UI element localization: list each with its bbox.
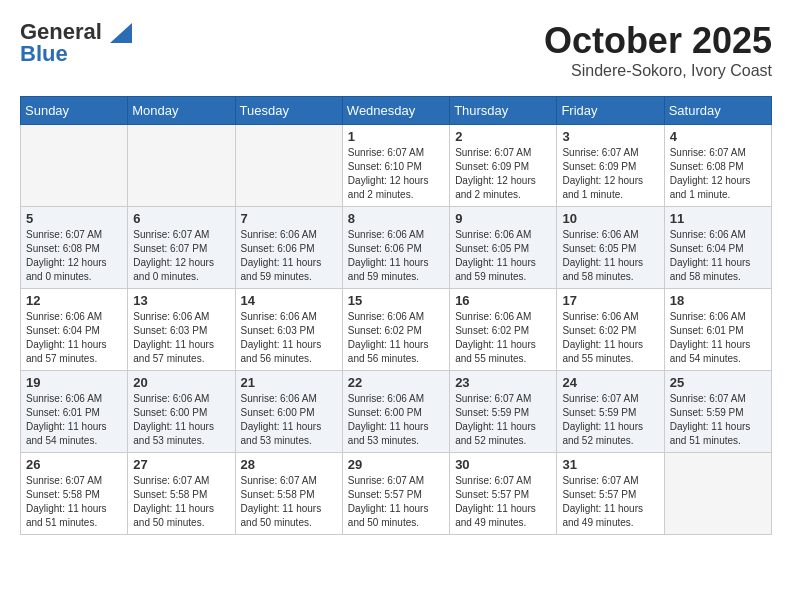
weekday-header: Sunday bbox=[21, 97, 128, 125]
calendar-cell: 5Sunrise: 6:07 AM Sunset: 6:08 PM Daylig… bbox=[21, 207, 128, 289]
cell-info: Sunrise: 6:06 AM Sunset: 6:05 PM Dayligh… bbox=[562, 228, 658, 284]
cell-info: Sunrise: 6:07 AM Sunset: 6:09 PM Dayligh… bbox=[455, 146, 551, 202]
weekday-header: Saturday bbox=[664, 97, 771, 125]
cell-info: Sunrise: 6:06 AM Sunset: 6:04 PM Dayligh… bbox=[26, 310, 122, 366]
day-number: 29 bbox=[348, 457, 444, 472]
calendar-cell: 16Sunrise: 6:06 AM Sunset: 6:02 PM Dayli… bbox=[450, 289, 557, 371]
calendar-cell: 21Sunrise: 6:06 AM Sunset: 6:00 PM Dayli… bbox=[235, 371, 342, 453]
cell-info: Sunrise: 6:06 AM Sunset: 6:02 PM Dayligh… bbox=[348, 310, 444, 366]
day-number: 19 bbox=[26, 375, 122, 390]
weekday-header: Wednesday bbox=[342, 97, 449, 125]
cell-info: Sunrise: 6:06 AM Sunset: 6:00 PM Dayligh… bbox=[348, 392, 444, 448]
title-block: October 2025 Sindere-Sokoro, Ivory Coast bbox=[544, 20, 772, 80]
cell-info: Sunrise: 6:07 AM Sunset: 5:57 PM Dayligh… bbox=[562, 474, 658, 530]
weekday-header: Tuesday bbox=[235, 97, 342, 125]
weekday-header: Friday bbox=[557, 97, 664, 125]
calendar-row: 12Sunrise: 6:06 AM Sunset: 6:04 PM Dayli… bbox=[21, 289, 772, 371]
cell-info: Sunrise: 6:07 AM Sunset: 5:59 PM Dayligh… bbox=[455, 392, 551, 448]
calendar-cell: 8Sunrise: 6:06 AM Sunset: 6:06 PM Daylig… bbox=[342, 207, 449, 289]
day-number: 10 bbox=[562, 211, 658, 226]
calendar-row: 1Sunrise: 6:07 AM Sunset: 6:10 PM Daylig… bbox=[21, 125, 772, 207]
day-number: 31 bbox=[562, 457, 658, 472]
day-number: 3 bbox=[562, 129, 658, 144]
day-number: 24 bbox=[562, 375, 658, 390]
calendar-row: 19Sunrise: 6:06 AM Sunset: 6:01 PM Dayli… bbox=[21, 371, 772, 453]
calendar-cell: 22Sunrise: 6:06 AM Sunset: 6:00 PM Dayli… bbox=[342, 371, 449, 453]
calendar-cell: 6Sunrise: 6:07 AM Sunset: 6:07 PM Daylig… bbox=[128, 207, 235, 289]
day-number: 8 bbox=[348, 211, 444, 226]
day-number: 16 bbox=[455, 293, 551, 308]
logo-icon bbox=[110, 23, 132, 43]
calendar-cell: 12Sunrise: 6:06 AM Sunset: 6:04 PM Dayli… bbox=[21, 289, 128, 371]
calendar-cell: 14Sunrise: 6:06 AM Sunset: 6:03 PM Dayli… bbox=[235, 289, 342, 371]
day-number: 1 bbox=[348, 129, 444, 144]
cell-info: Sunrise: 6:06 AM Sunset: 6:03 PM Dayligh… bbox=[133, 310, 229, 366]
calendar-cell: 17Sunrise: 6:06 AM Sunset: 6:02 PM Dayli… bbox=[557, 289, 664, 371]
weekday-header-row: SundayMondayTuesdayWednesdayThursdayFrid… bbox=[21, 97, 772, 125]
day-number: 30 bbox=[455, 457, 551, 472]
calendar-cell: 29Sunrise: 6:07 AM Sunset: 5:57 PM Dayli… bbox=[342, 453, 449, 535]
cell-info: Sunrise: 6:07 AM Sunset: 5:57 PM Dayligh… bbox=[348, 474, 444, 530]
cell-info: Sunrise: 6:07 AM Sunset: 5:58 PM Dayligh… bbox=[241, 474, 337, 530]
calendar-cell: 13Sunrise: 6:06 AM Sunset: 6:03 PM Dayli… bbox=[128, 289, 235, 371]
calendar-cell bbox=[21, 125, 128, 207]
weekday-header: Monday bbox=[128, 97, 235, 125]
calendar-cell: 18Sunrise: 6:06 AM Sunset: 6:01 PM Dayli… bbox=[664, 289, 771, 371]
cell-info: Sunrise: 6:06 AM Sunset: 6:01 PM Dayligh… bbox=[26, 392, 122, 448]
calendar-cell: 7Sunrise: 6:06 AM Sunset: 6:06 PM Daylig… bbox=[235, 207, 342, 289]
day-number: 7 bbox=[241, 211, 337, 226]
cell-info: Sunrise: 6:07 AM Sunset: 5:58 PM Dayligh… bbox=[26, 474, 122, 530]
calendar-cell bbox=[128, 125, 235, 207]
cell-info: Sunrise: 6:07 AM Sunset: 6:08 PM Dayligh… bbox=[670, 146, 766, 202]
month-title: October 2025 bbox=[544, 20, 772, 62]
day-number: 13 bbox=[133, 293, 229, 308]
day-number: 17 bbox=[562, 293, 658, 308]
cell-info: Sunrise: 6:06 AM Sunset: 6:00 PM Dayligh… bbox=[133, 392, 229, 448]
location: Sindere-Sokoro, Ivory Coast bbox=[544, 62, 772, 80]
calendar-cell: 27Sunrise: 6:07 AM Sunset: 5:58 PM Dayli… bbox=[128, 453, 235, 535]
day-number: 14 bbox=[241, 293, 337, 308]
day-number: 23 bbox=[455, 375, 551, 390]
calendar-row: 5Sunrise: 6:07 AM Sunset: 6:08 PM Daylig… bbox=[21, 207, 772, 289]
cell-info: Sunrise: 6:07 AM Sunset: 6:07 PM Dayligh… bbox=[133, 228, 229, 284]
calendar-cell bbox=[664, 453, 771, 535]
calendar-cell: 23Sunrise: 6:07 AM Sunset: 5:59 PM Dayli… bbox=[450, 371, 557, 453]
cell-info: Sunrise: 6:06 AM Sunset: 6:02 PM Dayligh… bbox=[562, 310, 658, 366]
cell-info: Sunrise: 6:06 AM Sunset: 6:06 PM Dayligh… bbox=[348, 228, 444, 284]
cell-info: Sunrise: 6:06 AM Sunset: 6:05 PM Dayligh… bbox=[455, 228, 551, 284]
day-number: 28 bbox=[241, 457, 337, 472]
day-number: 2 bbox=[455, 129, 551, 144]
day-number: 22 bbox=[348, 375, 444, 390]
cell-info: Sunrise: 6:06 AM Sunset: 6:04 PM Dayligh… bbox=[670, 228, 766, 284]
calendar-cell: 15Sunrise: 6:06 AM Sunset: 6:02 PM Dayli… bbox=[342, 289, 449, 371]
cell-info: Sunrise: 6:07 AM Sunset: 6:08 PM Dayligh… bbox=[26, 228, 122, 284]
day-number: 25 bbox=[670, 375, 766, 390]
cell-info: Sunrise: 6:07 AM Sunset: 5:58 PM Dayligh… bbox=[133, 474, 229, 530]
day-number: 18 bbox=[670, 293, 766, 308]
page-header: General Blue October 2025 Sindere-Sokoro… bbox=[20, 20, 772, 80]
calendar-cell: 31Sunrise: 6:07 AM Sunset: 5:57 PM Dayli… bbox=[557, 453, 664, 535]
cell-info: Sunrise: 6:07 AM Sunset: 5:59 PM Dayligh… bbox=[562, 392, 658, 448]
logo: General Blue bbox=[20, 20, 132, 66]
calendar-cell: 24Sunrise: 6:07 AM Sunset: 5:59 PM Dayli… bbox=[557, 371, 664, 453]
calendar-cell: 1Sunrise: 6:07 AM Sunset: 6:10 PM Daylig… bbox=[342, 125, 449, 207]
cell-info: Sunrise: 6:06 AM Sunset: 6:00 PM Dayligh… bbox=[241, 392, 337, 448]
calendar-cell: 2Sunrise: 6:07 AM Sunset: 6:09 PM Daylig… bbox=[450, 125, 557, 207]
calendar-row: 26Sunrise: 6:07 AM Sunset: 5:58 PM Dayli… bbox=[21, 453, 772, 535]
calendar-cell: 10Sunrise: 6:06 AM Sunset: 6:05 PM Dayli… bbox=[557, 207, 664, 289]
cell-info: Sunrise: 6:06 AM Sunset: 6:01 PM Dayligh… bbox=[670, 310, 766, 366]
weekday-header: Thursday bbox=[450, 97, 557, 125]
cell-info: Sunrise: 6:07 AM Sunset: 6:10 PM Dayligh… bbox=[348, 146, 444, 202]
calendar-cell: 28Sunrise: 6:07 AM Sunset: 5:58 PM Dayli… bbox=[235, 453, 342, 535]
cell-info: Sunrise: 6:07 AM Sunset: 5:57 PM Dayligh… bbox=[455, 474, 551, 530]
calendar-cell bbox=[235, 125, 342, 207]
day-number: 5 bbox=[26, 211, 122, 226]
calendar-cell: 4Sunrise: 6:07 AM Sunset: 6:08 PM Daylig… bbox=[664, 125, 771, 207]
day-number: 9 bbox=[455, 211, 551, 226]
logo-blue: Blue bbox=[20, 42, 68, 66]
cell-info: Sunrise: 6:07 AM Sunset: 5:59 PM Dayligh… bbox=[670, 392, 766, 448]
calendar-cell: 26Sunrise: 6:07 AM Sunset: 5:58 PM Dayli… bbox=[21, 453, 128, 535]
cell-info: Sunrise: 6:06 AM Sunset: 6:03 PM Dayligh… bbox=[241, 310, 337, 366]
cell-info: Sunrise: 6:06 AM Sunset: 6:02 PM Dayligh… bbox=[455, 310, 551, 366]
day-number: 27 bbox=[133, 457, 229, 472]
